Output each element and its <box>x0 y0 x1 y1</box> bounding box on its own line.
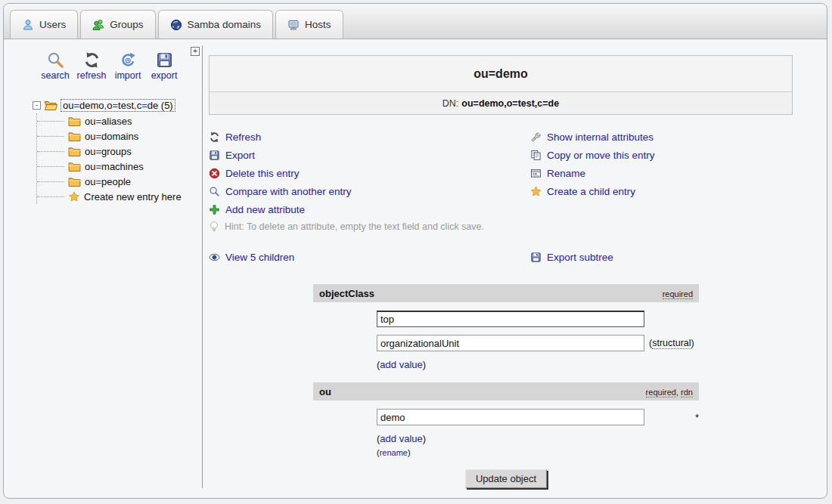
add-value-row: (add value) <box>377 359 699 370</box>
search-label: search <box>41 70 70 81</box>
eye-icon[interactable] <box>209 252 220 263</box>
refresh-link[interactable]: Refresh <box>209 128 530 146</box>
app-window: Users Groups Samba domains Hosts + searc… <box>3 3 827 499</box>
tab-users[interactable]: Users <box>10 10 78 39</box>
entry-header: ou=demo DN: ou=demo,o=test,c=de <box>209 55 793 115</box>
tab-hosts[interactable]: Hosts <box>275 10 343 39</box>
export-subtree-link[interactable]: Export subtree <box>530 248 793 266</box>
attribute-name: ou <box>319 386 331 397</box>
copy-move-entry-link[interactable]: Copy or move this entry <box>530 146 793 164</box>
folder-icon <box>68 147 81 156</box>
ou-value-input[interactable] <box>377 409 644 425</box>
attributes-form: objectClass required (structural) (add v… <box>313 284 699 457</box>
value-row <box>377 311 699 327</box>
tree-item-label: ou=machines <box>85 161 144 172</box>
folder-icon <box>68 177 81 187</box>
add-value-link[interactable]: add value <box>380 359 422 370</box>
import-label: import <box>115 70 141 81</box>
export-link[interactable]: Export <box>209 146 530 164</box>
rdn-marker: * <box>695 412 699 423</box>
collapse-toggle[interactable]: - <box>33 101 41 110</box>
add-attribute-link[interactable]: Add new attribute <box>209 200 530 218</box>
attribute-header: ou required, rdn <box>313 382 699 400</box>
tree-item-ou-machines[interactable]: ou=machines <box>37 159 203 174</box>
hint-text: Hint: To delete an attribute, empty the … <box>225 221 484 232</box>
children-row: View 5 children Export subtree <box>209 248 793 266</box>
view-children-link[interactable]: View 5 children <box>209 248 530 266</box>
copy-icon[interactable] <box>530 150 542 161</box>
add-value-row: (add value) <box>377 433 699 444</box>
actions-left-column: Refresh Export Delete this entry Compare… <box>209 128 530 218</box>
tree-item-create-entry[interactable]: Create new entry here <box>37 189 203 204</box>
tree-root-label[interactable]: ou=demo,o=test,c=de (5) <box>61 99 175 112</box>
export-label: export <box>151 70 178 81</box>
value-row: (structural) <box>377 335 699 351</box>
computer-icon <box>287 19 300 31</box>
tab-samba-domains[interactable]: Samba domains <box>158 10 274 39</box>
export-button[interactable]: export <box>146 51 182 81</box>
tab-label: Users <box>39 19 66 30</box>
tab-bar: Users Groups Samba domains Hosts <box>4 4 827 39</box>
refresh-icon <box>83 51 101 69</box>
tab-groups[interactable]: Groups <box>80 10 155 39</box>
wrench-icon[interactable] <box>530 131 542 143</box>
star-icon <box>68 191 80 203</box>
folder-icon <box>68 131 81 141</box>
attribute-values: * (add value) (rename) <box>313 400 699 457</box>
tab-label: Samba domains <box>188 19 262 30</box>
show-internal-attributes-link[interactable]: Show internal attributes <box>530 128 793 146</box>
hint-row: Hint: To delete an attribute, empty the … <box>209 218 793 235</box>
tree-item-label: ou=people <box>85 176 131 187</box>
objectclass-value-input-0[interactable] <box>377 311 644 327</box>
attribute-ou: ou required, rdn * (add value) (rename) <box>313 382 699 457</box>
group-icon <box>92 19 104 31</box>
tree-item-ou-people[interactable]: ou=people <box>37 174 203 189</box>
star-icon[interactable] <box>530 186 542 197</box>
search-button[interactable]: search <box>37 51 73 81</box>
structural-link[interactable]: structural <box>652 338 691 349</box>
rename-link[interactable]: Rename <box>530 164 793 182</box>
create-child-entry-link[interactable]: Create a child entry <box>530 182 793 200</box>
tree-item-ou-domains[interactable]: ou=domains <box>37 128 203 144</box>
import-icon <box>120 51 137 69</box>
objectclass-value-input-1[interactable] <box>377 335 644 351</box>
open-folder-icon <box>44 100 57 111</box>
tree-item-ou-aliases[interactable]: ou=aliases <box>37 113 203 128</box>
compare-entry-link[interactable]: Compare with another entry <box>209 182 530 200</box>
floppy-icon[interactable] <box>530 252 542 263</box>
entry-dn: DN: ou=demo,o=test,c=de <box>210 92 792 114</box>
update-row: Update object <box>313 469 699 488</box>
refresh-icon[interactable] <box>209 131 220 143</box>
tab-label: Groups <box>110 19 143 30</box>
tree-item-label: ou=domains <box>85 131 138 142</box>
tree-children: ou=aliases ou=domains ou=groups ou=machi… <box>36 113 203 204</box>
tree-sidebar: + search refresh import export <box>4 39 203 499</box>
expand-all-button[interactable]: + <box>191 47 200 56</box>
delete-entry-link[interactable]: Delete this entry <box>209 164 530 182</box>
tree-item-label: Create new entry here <box>84 191 182 203</box>
dn-value: ou=demo,o=test,c=de <box>461 98 559 109</box>
value-row: * <box>377 409 699 425</box>
ldap-tree: - ou=demo,o=test,c=de (5) ou=aliases ou=… <box>33 97 203 204</box>
plus-icon[interactable] <box>209 204 220 215</box>
tree-root-entry[interactable]: - ou=demo,o=test,c=de (5) <box>33 97 203 113</box>
attribute-flags: required <box>663 289 693 298</box>
tab-label: Hosts <box>305 19 331 30</box>
entry-actions: Refresh Export Delete this entry Compare… <box>209 128 793 218</box>
attribute-objectclass: objectClass required (structural) (add v… <box>313 284 699 370</box>
update-object-button[interactable]: Update object <box>465 469 547 488</box>
delete-icon[interactable] <box>209 168 220 179</box>
rename-value-link[interactable]: rename <box>380 448 408 457</box>
actions-right-column: Show internal attributes Copy or move th… <box>530 128 793 218</box>
floppy-icon[interactable] <box>209 150 220 161</box>
magnifier-icon[interactable] <box>209 186 220 197</box>
rename-row: (rename) <box>377 448 699 457</box>
refresh-button[interactable]: refresh <box>73 51 110 81</box>
rename-icon[interactable] <box>530 168 542 179</box>
attribute-name: objectClass <box>319 288 374 299</box>
add-value-link[interactable]: add value <box>380 433 422 444</box>
import-button[interactable]: import <box>110 51 146 81</box>
tree-item-ou-groups[interactable]: ou=groups <box>37 144 203 159</box>
user-icon <box>22 19 34 31</box>
export-icon <box>156 51 173 69</box>
